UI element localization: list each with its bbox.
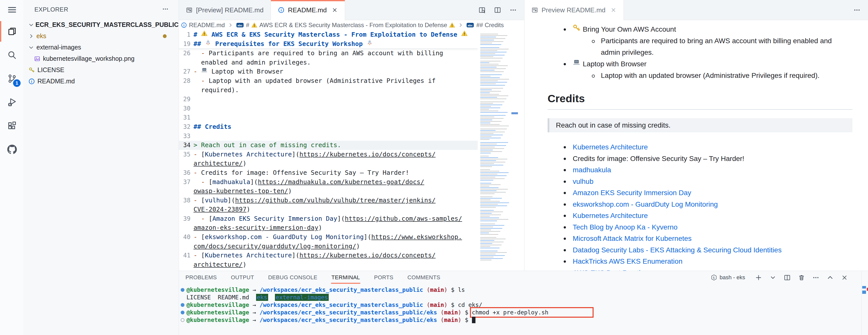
editor-tab-bar: [Preview] README.mdREADME.md [179, 0, 524, 20]
activity-item-run-debug[interactable] [0, 91, 24, 114]
laptop-icon [201, 67, 208, 74]
line-number: 30 [179, 104, 190, 113]
line-number: 36 [179, 168, 190, 177]
editor-row: 1# AWS ECR & EKS Security Masterclass - … [179, 30, 478, 39]
terminal-annotation-mark [867, 288, 868, 291]
activity-item-source-control[interactable]: 1 [0, 67, 24, 91]
activity-bar: 1 [0, 0, 24, 335]
minimap[interactable] [478, 30, 510, 271]
maximize-panel-button[interactable] [827, 274, 834, 281]
more-actions-button[interactable] [812, 274, 819, 281]
credits-link[interactable]: HackTricks AWS EKS Enumeration [573, 258, 683, 265]
credits-link[interactable]: Tech Blog by Anoop Ka - Kyverno [573, 223, 678, 231]
panel-tab-problems[interactable]: PROBLEMS [185, 272, 217, 283]
open-preview-side-button[interactable] [478, 6, 486, 13]
tree-item-kubernetesvillage-workshop-png[interactable]: kubernetesvillage_workshop.png [24, 53, 179, 64]
breadcrumb-segment[interactable]: abc# AWS ECR & EKS Security Masterclass … [236, 22, 455, 29]
panel-tab-output[interactable]: OUTPUT [230, 272, 254, 283]
credits-link[interactable]: Kubernetes Architecture [573, 212, 648, 220]
symbol-abc-icon: abc [466, 22, 474, 28]
breadcrumb-separator-icon [458, 23, 463, 28]
warning-icon [449, 22, 455, 28]
editor-row: owasp-kubernetes-top-ten/) [179, 187, 478, 196]
credits-link[interactable]: madhuakula [573, 166, 611, 174]
tab-close-icon[interactable] [332, 7, 338, 13]
editor-actions [478, 0, 524, 20]
line-number: 41 [179, 251, 190, 260]
activity-item-search[interactable] [0, 43, 24, 67]
credits-link[interactable]: Microsoft Attack Matrix for Kubernetes [573, 235, 691, 242]
editor-row: com/docs/security/guardduty/log-monitori… [179, 242, 478, 251]
tab-label: [Preview] README.md [196, 6, 264, 14]
line-number [179, 260, 190, 269]
tree-item-label: ECR_EKS_SECURITY_MASTERCLASS_PUBLIC [... [35, 21, 179, 28]
tab--preview-readme-md[interactable]: [Preview] README.md [179, 0, 271, 20]
activity-item-extensions[interactable] [0, 114, 24, 138]
tab-preview-readme-md[interactable]: Preview README.md [524, 0, 624, 20]
info-file-icon [181, 22, 187, 28]
editor-rows: 26 - Participants are required to bring … [179, 49, 478, 269]
terminal-picker-button[interactable] [770, 274, 776, 281]
editor-row: 35- [Kubernetes Architecture](https://ku… [179, 150, 478, 159]
credits-link[interactable]: vulhub [573, 177, 594, 185]
line-number: 34 [179, 141, 190, 150]
close-panel-button[interactable] [841, 274, 848, 281]
credits-link[interactable]: Kubernetes Architecture [573, 143, 648, 151]
maximize-panel-icon [827, 274, 834, 281]
files-icon [7, 27, 17, 36]
more-actions-icon [162, 6, 168, 12]
credits-list: Kubernetes ArchitectureCredits for image… [548, 141, 852, 271]
more-actions-button[interactable] [509, 6, 517, 13]
panel-tab-terminal[interactable]: TERMINAL [331, 272, 361, 283]
activity-item-menu[interactable] [0, 0, 24, 20]
panel-tab-comments[interactable]: COMMENTS [407, 272, 441, 283]
terminal[interactable]: @kubernetesvillage → /workspaces/ecr_eks… [179, 284, 868, 324]
chevron-down-icon [28, 45, 34, 50]
activity-item-github[interactable] [0, 138, 24, 161]
preview-tab-bar: Preview README.md [524, 0, 868, 20]
breadcrumb-segment[interactable]: abc## Credits [466, 22, 504, 29]
panel-tab-ports[interactable]: PORTS [373, 272, 394, 283]
tree-item-readme-md[interactable]: README.md [24, 76, 179, 87]
markdown-preview[interactable]: Bring Your Own AWS AccountParticipants a… [524, 20, 868, 271]
credits-link[interactable]: Datadog Security Labs - EKS Attacking & … [573, 246, 781, 254]
close-panel-icon [841, 274, 848, 281]
tree-item-eks[interactable]: eks [24, 30, 179, 42]
editor-row: 27- Laptop with Browser [179, 67, 478, 76]
kill-terminal-button[interactable] [798, 274, 805, 281]
explorer-more-actions-icon[interactable] [162, 6, 168, 13]
credits-item: Microsoft Attack Matrix for Kubernetes [548, 233, 852, 244]
activity-item-explorer[interactable] [0, 20, 24, 43]
terminal-instance[interactable]: $bash - eks [711, 274, 745, 281]
tree-item-ecr-eks-security-masterclass-public-[interactable]: ECR_EKS_SECURITY_MASTERCLASS_PUBLIC [... [24, 19, 179, 30]
credits-link[interactable]: eksworkshop.com - GuardDuty Log Monitori… [573, 200, 718, 208]
editor-row: architecture/) [179, 159, 478, 168]
more-actions-button[interactable] [854, 6, 861, 13]
credits-heading: Credits [548, 92, 852, 110]
extensions-icon [7, 121, 17, 131]
panel-tab-debug-console[interactable]: DEBUG CONSOLE [268, 272, 318, 283]
editor-code[interactable]: 1# AWS ECR & EKS Security Masterclass - … [179, 30, 478, 271]
warning-icon [201, 30, 208, 37]
split-editor-button[interactable] [494, 6, 501, 13]
breadcrumb-segment[interactable]: README.md [181, 22, 225, 29]
credits-link[interactable]: Amazon EKS Security Immersion Day [573, 189, 691, 197]
line-number: 39 [179, 214, 190, 224]
tree-item-label: eks [36, 32, 46, 40]
new-terminal-button[interactable] [755, 274, 762, 281]
key-gold-icon [573, 24, 580, 32]
tree-item-external-images[interactable]: external-images [24, 42, 179, 53]
line-number: 19 [179, 39, 190, 49]
credits-link[interactable]: AWS EKS Best Practices [573, 269, 651, 271]
close-icon [611, 7, 616, 13]
tree-item-license[interactable]: LICENSE [24, 64, 179, 76]
split-terminal-button[interactable] [784, 274, 790, 281]
tab-close-icon[interactable] [611, 7, 616, 13]
tab-readme-md[interactable]: README.md [271, 0, 345, 20]
markdown-preview-icon [531, 7, 538, 13]
close-icon [332, 7, 338, 13]
editor-row: architecture/) [179, 260, 478, 269]
editor-body[interactable]: 1# AWS ECR & EKS Security Masterclass - … [179, 30, 524, 271]
editor-row: required). [179, 86, 478, 95]
breadcrumb[interactable]: README.mdabc# AWS ECR & EKS Security Mas… [179, 20, 524, 30]
